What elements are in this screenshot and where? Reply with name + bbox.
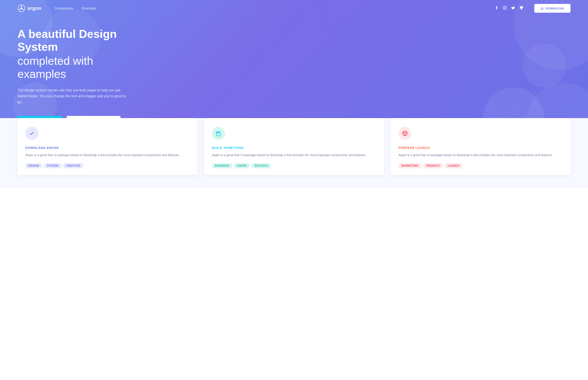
navbar-social: DOWNLOAD: [495, 4, 571, 13]
svg-point-1: [20, 7, 22, 9]
brand-icon: [17, 4, 25, 12]
navbar: argon Components Examples DOWNLOAD: [0, 0, 588, 17]
nav-link-examples[interactable]: Examples: [82, 6, 96, 10]
card-build-something: BUILD SOMETHING Argon is a great free UI…: [204, 118, 384, 175]
card-download-argon: DOWNLOAD ARGON Argon is a great free UI …: [17, 118, 197, 175]
hero-section: A beautiful Design System completed with…: [0, 0, 588, 135]
card-1-text: Argon is a great free UI package based o…: [25, 152, 190, 158]
nav-item-components[interactable]: Components: [55, 6, 73, 10]
tag-vision[interactable]: VISION: [234, 163, 250, 168]
card-2-tags: BUSINESS VISION SUCCESS: [212, 163, 376, 168]
svg-point-2: [21, 6, 22, 7]
nav-download-button[interactable]: DOWNLOAD: [534, 4, 571, 13]
card-3-title: PREPARE LAUNCH: [398, 146, 563, 150]
svg-point-10: [505, 7, 506, 7]
hero-description: The design system comes with four pre-bu…: [17, 87, 131, 105]
tag-marketing[interactable]: MARKETING: [398, 163, 421, 168]
castle-icon: [216, 131, 221, 136]
svg-line-7: [20, 9, 21, 9]
card-2-title: BUILD SOMETHING: [212, 146, 376, 150]
svg-rect-13: [216, 133, 221, 136]
download-icon: [540, 7, 544, 10]
nav-item-examples[interactable]: Examples: [82, 6, 96, 10]
nav-link-components[interactable]: Components: [55, 6, 73, 10]
brand-name: argon: [28, 5, 41, 11]
svg-rect-8: [503, 6, 506, 9]
facebook-link[interactable]: [495, 6, 499, 11]
card-1-tags: DESIGN SYSTEM CREATIVE: [25, 163, 190, 168]
brand-logo-link[interactable]: argon: [17, 4, 41, 12]
tag-launch[interactable]: LAUNCH: [445, 163, 463, 168]
card-1-title: DOWNLOAD ARGON: [25, 146, 190, 150]
tag-system[interactable]: SYSTEM: [44, 163, 61, 168]
tag-success[interactable]: SUCCESS: [251, 163, 271, 168]
card-3-text: Argon is a great free UI package based o…: [398, 152, 563, 158]
card-3-icon-wrap: [398, 127, 412, 140]
card-1-icon-wrap: [25, 127, 38, 140]
svg-line-6: [22, 9, 23, 9]
hero-title-light: completed with examples: [17, 55, 136, 81]
svg-point-9: [504, 7, 506, 9]
circle-6: [522, 44, 566, 87]
tag-business[interactable]: BUSINESS: [212, 163, 232, 168]
card-3-tags: MARKETING PRODUCT LAUNCH: [398, 163, 563, 168]
github-link[interactable]: [519, 6, 523, 11]
nav-download-label: DOWNLOAD: [546, 7, 564, 10]
cards-section: DOWNLOAD ARGON Argon is a great free UI …: [0, 118, 588, 188]
card-prepare-launch: PREPARE LAUNCH Argon is a great free UI …: [391, 118, 571, 175]
navbar-links: Components Examples: [55, 6, 96, 10]
tag-product[interactable]: PRODUCT: [423, 163, 443, 168]
hero-title-bold: A beautiful Design System: [17, 28, 136, 54]
card-2-text: Argon is a great free UI package based o…: [212, 152, 376, 158]
twitter-link[interactable]: [511, 6, 515, 11]
check-icon: [29, 131, 35, 136]
tag-creative[interactable]: CREATIVE: [63, 163, 83, 168]
target-icon: [402, 131, 408, 136]
instagram-link[interactable]: [503, 6, 507, 11]
tag-design[interactable]: DESIGN: [25, 163, 42, 168]
hero-content: A beautiful Design System completed with…: [0, 28, 153, 126]
card-2-icon-wrap: [212, 127, 225, 140]
